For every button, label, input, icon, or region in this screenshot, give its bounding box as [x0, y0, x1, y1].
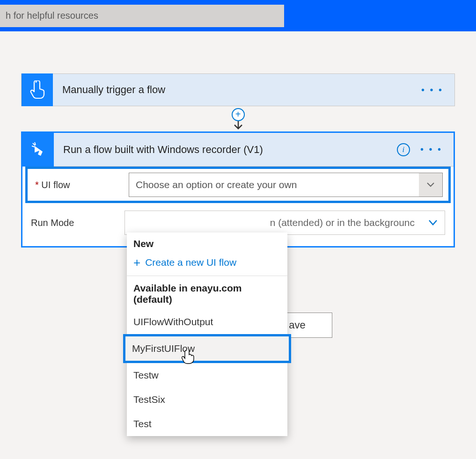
dropdown-item[interactable]: Testw — [127, 363, 287, 387]
trigger-card[interactable]: Manually trigger a flow • • • — [21, 73, 455, 106]
chevron-down-icon[interactable] — [421, 211, 445, 234]
create-new-uiflow[interactable]: + Create a new UI flow — [127, 252, 287, 276]
create-label: Create a new UI flow — [145, 257, 236, 268]
dropdown-item[interactable]: TestSix — [127, 387, 287, 412]
dropdown-item-selected[interactable]: MyFirstUIFlow — [125, 336, 289, 361]
chevron-down-icon[interactable] — [419, 173, 442, 197]
uiflow-field-highlight: * UI flow Choose an option or create you… — [25, 167, 451, 203]
add-step-button[interactable]: + — [232, 108, 245, 121]
action-menu-button[interactable]: • • • — [420, 144, 454, 155]
arrow-down-icon — [233, 120, 244, 131]
action-header[interactable]: Run a flow built with Windows recorder (… — [22, 133, 454, 167]
uiflow-label: * UI flow — [35, 180, 129, 190]
action-title: Run a flow built with Windows recorder (… — [54, 144, 397, 156]
dropdown-new-header: New — [127, 233, 287, 252]
runmode-field-row: Run Mode n (attended) or in the backgrou… — [22, 203, 454, 235]
trigger-title: Manually trigger a flow — [53, 84, 421, 96]
trigger-menu-button[interactable]: • • • — [421, 85, 454, 95]
flow-canvas: Manually trigger a flow • • • + Run a fl… — [0, 31, 476, 248]
plus-icon: + — [133, 258, 140, 267]
search-input[interactable] — [0, 5, 284, 27]
uiflow-field-row: * UI flow Choose an option or create you… — [31, 173, 447, 197]
runmode-combobox[interactable]: n (attended) or in the backgrounc — [124, 211, 445, 235]
runmode-label: Run Mode — [31, 218, 124, 228]
top-bar — [0, 0, 476, 31]
uiflow-dropdown: New + Create a new UI flow Available in … — [127, 233, 287, 436]
runmode-placeholder: n (attended) or in the backgrounc — [125, 217, 421, 228]
action-card: Run a flow built with Windows recorder (… — [21, 131, 455, 248]
dropdown-item-highlight: MyFirstUIFlow — [123, 334, 291, 363]
uiflow-combobox[interactable]: Choose an option or create your own — [129, 173, 443, 197]
info-icon[interactable]: i — [397, 143, 410, 156]
connector: + — [21, 106, 455, 131]
recorder-icon — [22, 133, 54, 167]
uiflow-placeholder: Choose an option or create your own — [129, 179, 419, 190]
dropdown-section-header: Available in enayu.com (default) — [127, 276, 287, 310]
dropdown-item[interactable]: UIFlowWithOutput — [127, 310, 287, 334]
touch-icon — [22, 73, 53, 106]
dropdown-item[interactable]: Test — [127, 412, 287, 436]
